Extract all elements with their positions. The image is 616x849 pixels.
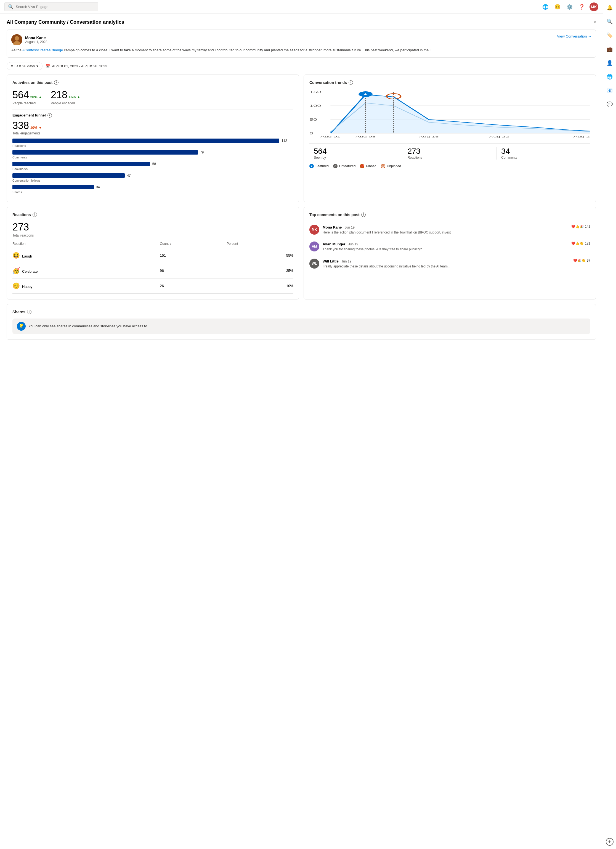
shares-title: Shares i — [12, 310, 590, 314]
reaction-percent: 35% — [226, 263, 293, 278]
post-card-inner: Mona Kane August 1, 2023 As the #Contoso… — [11, 34, 591, 53]
svg-text:Aug 01: Aug 01 — [320, 135, 341, 138]
search-icon: 🔍 — [8, 4, 13, 9]
sidebar-item-chat[interactable]: 💬 — [605, 100, 614, 109]
close-button[interactable]: × — [593, 19, 596, 25]
sidebar-item-briefcase[interactable]: 💼 — [605, 45, 614, 54]
shares-info-icon[interactable]: i — [27, 310, 31, 314]
comment-avatar: AM — [309, 241, 319, 252]
date-range-label: August 01, 2023 - August 28, 2023 — [52, 64, 107, 68]
reactions-title: Reactions i — [12, 213, 293, 217]
comment-text: Here is the action plan document I refer… — [323, 230, 568, 235]
help-icon[interactable]: ❓ — [577, 3, 586, 11]
people-engaged-change: +6% ▲ — [69, 95, 80, 99]
reaction-count: 142 — [585, 225, 590, 229]
hashtag-link[interactable]: #ContosoCreatesChange — [22, 48, 63, 52]
sidebar-item-globe[interactable]: 🌐 — [605, 72, 614, 81]
user-avatar[interactable]: MK — [589, 3, 598, 11]
post-content: Mona Kane August 1, 2023 As the #Contoso… — [11, 34, 434, 53]
sidebar-item-person[interactable]: 👤 — [605, 58, 614, 67]
post-author-date: August 1, 2023 — [25, 40, 48, 44]
settings-icon[interactable]: ⚙️ — [565, 3, 574, 11]
reaction-percent: 10% — [226, 278, 293, 293]
sidebar-item-search[interactable]: 🔍 — [605, 17, 614, 26]
comment-body: Will Little Jun 19 I really appreciate t… — [323, 259, 570, 269]
people-reached-stat: 564 20% ▲ People reached — [12, 89, 42, 105]
calendar-icon: 📅 — [46, 64, 50, 68]
shares-bar — [12, 185, 94, 189]
col-count: Count ↓ — [160, 240, 226, 248]
trends-info-icon[interactable]: i — [348, 80, 353, 85]
emoji-icon[interactable]: 😊 — [553, 3, 562, 11]
activities-info-icon[interactable]: i — [54, 80, 58, 85]
svg-text:Aug 28: Aug 28 — [573, 135, 590, 138]
shares-note: 💡 You can only see shares in communities… — [12, 319, 590, 334]
period-filter-button[interactable]: ≡ Last 28 days ▾ — [7, 62, 43, 70]
comment-date: Jun 19 — [341, 259, 351, 263]
top-comments-card: Top comments on this post i MK Mona Kane… — [304, 207, 596, 299]
sidebar-add-button[interactable]: + — [606, 838, 613, 846]
comment-avatar: WL — [309, 259, 319, 268]
activities-card: Activities on this post i 564 20% ▲ Peop… — [7, 74, 299, 202]
shares-note-text: You can only see shares in communities a… — [28, 324, 148, 328]
post-author-avatar — [11, 34, 22, 45]
top-comments-title: Top comments on this post i — [309, 213, 590, 217]
sidebar-item-tag[interactable]: 🏷️ — [605, 31, 614, 40]
pinned-legend-icon: 📌 — [360, 164, 364, 168]
comment-author: Will Little — [323, 259, 339, 263]
trend-seen-by: 564 Seen by — [309, 147, 403, 159]
comment-text: Thank you for sharing these photos. Are … — [323, 247, 568, 252]
search-bar[interactable]: 🔍 — [4, 2, 98, 11]
comment-avatar: MK — [309, 225, 319, 235]
panel-title: All Company Community / Conversation ana… — [7, 19, 124, 25]
globe-icon[interactable]: 🌐 — [541, 3, 550, 11]
period-filter-label: Last 28 days — [15, 64, 35, 68]
featured-legend-label: Featured — [315, 164, 329, 168]
svg-text:Aug 15: Aug 15 — [419, 135, 439, 138]
top-comments-info-icon[interactable]: i — [361, 213, 366, 217]
featured-legend-icon: ★ — [309, 164, 314, 168]
analytics-cards-row: Activities on this post i 564 20% ▲ Peop… — [7, 74, 596, 202]
search-input[interactable] — [16, 5, 95, 9]
people-engaged-label: People engaged — [51, 101, 80, 105]
comment-body: Mona Kane Jun 19 Here is the action plan… — [323, 225, 568, 235]
sidebar-item-outlook[interactable]: 📧 — [605, 86, 614, 95]
sidebar-item-notification[interactable]: 🔔 — [605, 3, 614, 12]
svg-text:100: 100 — [309, 104, 321, 107]
col-percent: Percent — [226, 240, 293, 248]
reaction-name: 😊Happy — [12, 278, 160, 293]
trends-chart: 150 100 50 0 — [309, 89, 590, 139]
bar-conv-follows: 47 Conversation follows — [12, 173, 293, 184]
reactions-total-label: Total reactions — [12, 234, 293, 237]
bar-bookmarks: 58 Bookmarks — [12, 162, 293, 172]
funnel-title: Engagement funnel i — [12, 113, 293, 118]
trends-title: Conversation trends i — [309, 80, 590, 85]
top-navigation: 🔍 🌐 😊 ⚙️ ❓ MK — [0, 0, 603, 14]
comment-reactions: ❤️👍🎉 142 — [571, 225, 590, 229]
comment-item: AM Allan Munger Jun 19 Thank you for sha… — [309, 238, 590, 255]
total-engagements-change: 10% ▼ — [30, 125, 42, 130]
svg-text:Aug 22: Aug 22 — [489, 135, 509, 138]
svg-point-1 — [15, 36, 19, 40]
legend-featured: ★ Featured — [309, 164, 329, 168]
post-author-name: Mona Kane — [25, 36, 48, 40]
reaction-emojis: ❤️👍🎉 — [571, 225, 584, 229]
sidebar: 🔔 🔍 🏷️ 💼 👤 🌐 📧 💬 + — [603, 0, 616, 849]
unfeatured-legend-label: Unfeatured — [339, 164, 356, 168]
view-conversation-link[interactable]: View Conversation → — [557, 34, 591, 38]
reaction-percent: 55% — [226, 248, 293, 263]
trend-stats-row: 564 Seen by 273 Reactions 34 Comments — [309, 143, 590, 159]
reaction-emojis: ❤️🎉👏 — [573, 259, 586, 262]
reaction-name: 🥳Celebrate — [12, 263, 160, 278]
sort-icon[interactable]: ↓ — [170, 242, 171, 246]
engagement-bars: 112 Reactions 79 Comments — [12, 139, 293, 195]
main-content: 🔍 🌐 😊 ⚙️ ❓ MK All Company Community / Co… — [0, 0, 603, 849]
funnel-info-icon[interactable]: i — [48, 113, 52, 118]
comment-item: MK Mona Kane Jun 19 Here is the action p… — [309, 221, 590, 238]
reaction-count: 151 — [160, 248, 226, 263]
reactions-info-icon[interactable]: i — [33, 213, 37, 217]
table-row: 😊Happy 26 10% — [12, 278, 293, 293]
reaction-emojis: ❤️👍👏 — [571, 241, 584, 245]
legend-unfeatured: ⊘ Unfeatured — [333, 164, 356, 168]
table-row: 🥳Celebrate 96 35% — [12, 263, 293, 278]
